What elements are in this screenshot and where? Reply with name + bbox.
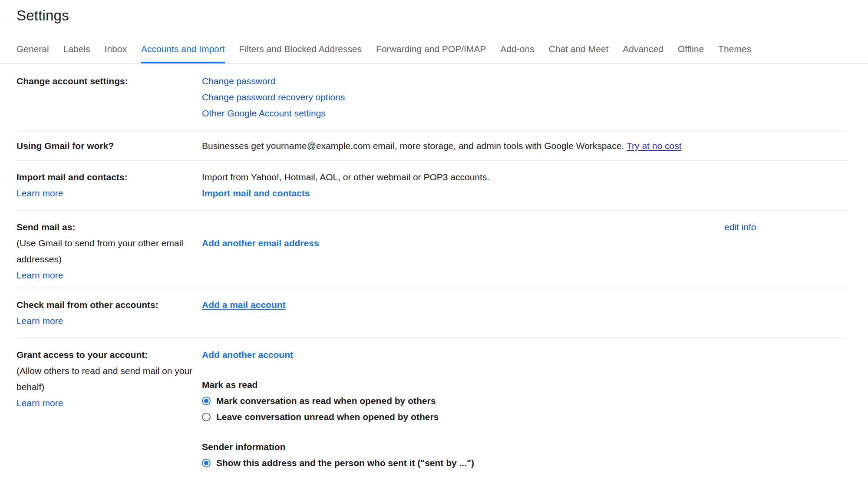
radio-option-mark-as-read[interactable]: Mark conversation as read when opened by…	[202, 393, 724, 409]
tab-labels[interactable]: Labels	[63, 43, 90, 63]
change-password-recovery-options-link[interactable]: Change password recovery options	[202, 89, 724, 105]
row-content-cell: Add a mail account	[202, 297, 724, 313]
learn-more-link[interactable]: Learn more	[17, 395, 202, 411]
row-check-mail-from-other-accounts: Check mail from other accounts: Learn mo…	[17, 288, 848, 338]
row-change-account-settings: Change account settings: Change password…	[17, 64, 848, 132]
row-import-mail-and-contacts: Import mail and contacts: Learn more Imp…	[17, 161, 848, 211]
radio-option-leave-unread[interactable]: Leave conversation unread when opened by…	[202, 409, 724, 425]
row-using-gmail-for-work: Using Gmail for work? Businesses get you…	[17, 132, 848, 161]
row-content-cell: Businesses get yourname@example.com emai…	[202, 138, 724, 154]
sender-information-heading: Sender information	[202, 439, 724, 455]
using-gmail-for-work-label: Using Gmail for work?	[17, 141, 114, 151]
radio-option-label: Mark conversation as read when opened by…	[216, 393, 436, 409]
radio-option-show-address-and-sender[interactable]: Show this address and the person who sen…	[202, 455, 724, 471]
row-content-cell: Import from Yahoo!, Hotmail, AOL, or oth…	[202, 169, 724, 201]
row-label-cell: Import mail and contacts: Learn more	[17, 169, 202, 201]
radio-option-label: Leave conversation unread when opened by…	[216, 409, 439, 425]
page-title: Settings	[0, 6, 868, 25]
row-grant-access-to-your-account: Grant access to your account: (Allow oth…	[17, 338, 848, 471]
other-google-account-settings-link[interactable]: Other Google Account settings	[202, 105, 724, 121]
row-label-cell: Send mail as: (Use Gmail to send from yo…	[17, 219, 202, 283]
add-another-email-address-link[interactable]: Add another email address	[202, 235, 319, 251]
send-mail-as-description: (Use Gmail to send from your other email…	[17, 235, 202, 267]
add-another-account-link[interactable]: Add another account	[202, 347, 293, 363]
row-label-cell: Using Gmail for work?	[17, 138, 202, 154]
workspace-promo-text: Businesses get yourname@example.com emai…	[202, 141, 627, 151]
tab-chat-and-meet[interactable]: Chat and Meet	[549, 43, 609, 63]
mark-as-read-heading: Mark as read	[202, 377, 724, 393]
edit-info-link[interactable]: edit info	[724, 219, 756, 235]
tab-accounts-and-import[interactable]: Accounts and Import	[141, 43, 225, 63]
tab-add-ons[interactable]: Add-ons	[500, 43, 534, 63]
tab-inbox[interactable]: Inbox	[105, 43, 127, 63]
try-at-no-cost-link[interactable]: Try at no cost	[627, 141, 681, 151]
tab-advanced[interactable]: Advanced	[623, 43, 663, 63]
settings-tabs: General Labels Inbox Accounts and Import…	[0, 43, 838, 63]
radio-option-label: Show this address and the person who sen…	[216, 455, 474, 471]
send-mail-as-label: Send mail as:	[17, 219, 202, 235]
change-account-settings-label: Change account settings:	[17, 76, 128, 86]
import-mail-and-contacts-label: Import mail and contacts:	[17, 169, 202, 185]
learn-more-link[interactable]: Learn more	[17, 313, 202, 329]
check-mail-from-other-accounts-label: Check mail from other accounts:	[17, 297, 202, 313]
learn-more-link[interactable]: Learn more	[17, 185, 202, 201]
radio-button[interactable]	[202, 459, 211, 467]
settings-page: Settings General Labels Inbox Accounts a…	[0, 0, 868, 471]
change-password-link[interactable]: Change password	[202, 73, 724, 89]
row-send-mail-as: Send mail as: (Use Gmail to send from yo…	[17, 211, 848, 288]
tab-forwarding-and-pop-imap[interactable]: Forwarding and POP/IMAP	[376, 43, 486, 63]
radio-button[interactable]	[202, 413, 211, 421]
import-mail-and-contacts-link[interactable]: Import mail and contacts	[202, 185, 310, 201]
row-label-cell: Change account settings:	[17, 73, 202, 89]
row-content-cell: Add another account Mark as read Mark co…	[202, 347, 724, 471]
row-content-cell: Change password Change password recovery…	[202, 73, 724, 121]
grant-access-label: Grant access to your account:	[17, 347, 202, 363]
tab-offline[interactable]: Offline	[678, 43, 704, 63]
radio-button[interactable]	[202, 397, 211, 405]
tab-filters-and-blocked-addresses[interactable]: Filters and Blocked Addresses	[239, 43, 362, 63]
import-description-text: Import from Yahoo!, Hotmail, AOL, or oth…	[202, 169, 724, 185]
row-content-cell: Add another email address	[202, 219, 724, 251]
row-label-cell: Grant access to your account: (Allow oth…	[17, 347, 202, 411]
row-label-cell: Check mail from other accounts: Learn mo…	[17, 297, 202, 329]
add-a-mail-account-link[interactable]: Add a mail account	[202, 297, 286, 313]
tab-themes[interactable]: Themes	[718, 43, 751, 63]
grant-access-description: (Allow others to read and send mail on y…	[17, 363, 202, 395]
row-right-cell: edit info	[724, 219, 848, 235]
tab-general[interactable]: General	[17, 43, 49, 63]
learn-more-link[interactable]: Learn more	[17, 267, 202, 283]
